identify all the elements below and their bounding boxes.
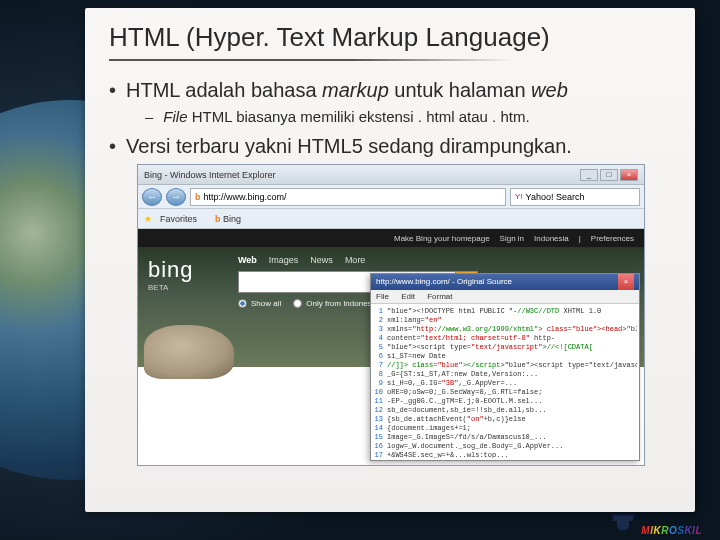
favorites-label[interactable]: Favorites (160, 214, 197, 224)
browser-window-title: Bing - Windows Internet Explorer (144, 170, 276, 180)
url-field[interactable]: bhttp://www.bing.com/ (190, 188, 506, 206)
yahoo-icon: Y! (515, 189, 523, 205)
bing-topbar: Make Bing your homepage Sign in Indonesi… (138, 229, 644, 247)
bing-nav: Web Images News More (238, 255, 365, 265)
browser-titlebar: Bing - Windows Internet Explorer _ □ × (138, 165, 644, 185)
tab-bing[interactable]: b Bing (215, 214, 241, 224)
source-code-body: 1"blue"><!DOCTYPE html PUBLIC "-//W3C//D… (371, 304, 639, 458)
signin-link[interactable]: Sign in (500, 234, 524, 243)
screenshot-browser: Bing - Windows Internet Explorer _ □ × ←… (137, 164, 645, 466)
source-title-text: http://www.bing.com/ - Original Source (376, 274, 512, 290)
bullet-2: Versi terbaru yakni HTML5 sedang dirampu… (109, 135, 671, 158)
grad-cap-icon (609, 514, 637, 536)
provider-name: Yahoo! Search (526, 189, 585, 205)
source-menubar: File Edit Format (371, 290, 639, 304)
location-link[interactable]: Indonesia (534, 234, 569, 243)
title-underline (109, 59, 514, 61)
search-scope: Show all Only from Indonesia (238, 299, 378, 308)
menu-format[interactable]: Format (427, 292, 452, 301)
slide-title: HTML (Hyper. Text Markup Language) (109, 22, 671, 59)
bullet-1-text-a: HTML adalah bahasa (126, 79, 322, 101)
radio-showall[interactable] (238, 299, 247, 308)
bullet-1-text-c: untuk halaman (389, 79, 531, 101)
nav-more[interactable]: More (345, 255, 366, 265)
page-content: Make Bing your homepage Sign in Indonesi… (138, 229, 644, 466)
source-window: http://www.bing.com/ - Original Source ×… (370, 273, 640, 461)
footer-logo: MIKROSKIL (609, 514, 702, 536)
source-titlebar: http://www.bing.com/ - Original Source × (371, 274, 639, 290)
bullet-1-web: web (531, 79, 568, 101)
nav-news[interactable]: News (310, 255, 333, 265)
bullet-1: HTML adalah bahasa markup untuk halaman … (109, 79, 671, 102)
make-homepage-link[interactable]: Make Bing your homepage (394, 234, 490, 243)
star-icon[interactable]: ★ (144, 214, 152, 224)
hero-animal-image (144, 325, 234, 379)
close-button[interactable]: × (620, 169, 638, 181)
nav-web[interactable]: Web (238, 255, 257, 265)
url-text: http://www.bing.com/ (204, 189, 287, 205)
bullet-1-markup: markup (322, 79, 389, 101)
radio-indonesia[interactable] (293, 299, 302, 308)
bing-favicon-icon: b (195, 189, 201, 205)
radio-indonesia-label: Only from Indonesia (306, 299, 378, 308)
source-close-button[interactable]: × (618, 274, 634, 290)
radio-showall-label: Show all (251, 299, 281, 308)
menu-file[interactable]: File (376, 292, 389, 301)
bullet-1-sub: File HTML biasanya memiliki ekstensi . h… (145, 108, 671, 125)
minimize-button[interactable]: _ (580, 169, 598, 181)
nav-images[interactable]: Images (269, 255, 299, 265)
bullet-2-text: Versi terbaru yakni HTML5 sedang dirampu… (126, 135, 572, 158)
favorites-bar: ★ Favorites b Bing (138, 209, 644, 229)
forward-button[interactable]: → (166, 188, 186, 206)
bullet-1-sub-text: HTML biasanya memiliki ekstensi . html a… (188, 108, 530, 125)
tab-favicon-icon: b (215, 214, 221, 224)
maximize-button[interactable]: □ (600, 169, 618, 181)
bullet-1-sub-file: File (163, 108, 187, 125)
menu-edit[interactable]: Edit (401, 292, 415, 301)
provider-search[interactable]: Y!Yahoo! Search (510, 188, 640, 206)
address-bar-row: ← → bhttp://www.bing.com/ Y!Yahoo! Searc… (138, 185, 644, 209)
preferences-link[interactable]: Preferences (591, 234, 634, 243)
slide-panel: HTML (Hyper. Text Markup Language) HTML … (85, 8, 695, 512)
brand-text: MIKROSKIL (641, 525, 702, 536)
back-button[interactable]: ← (142, 188, 162, 206)
window-buttons: _ □ × (580, 169, 638, 181)
